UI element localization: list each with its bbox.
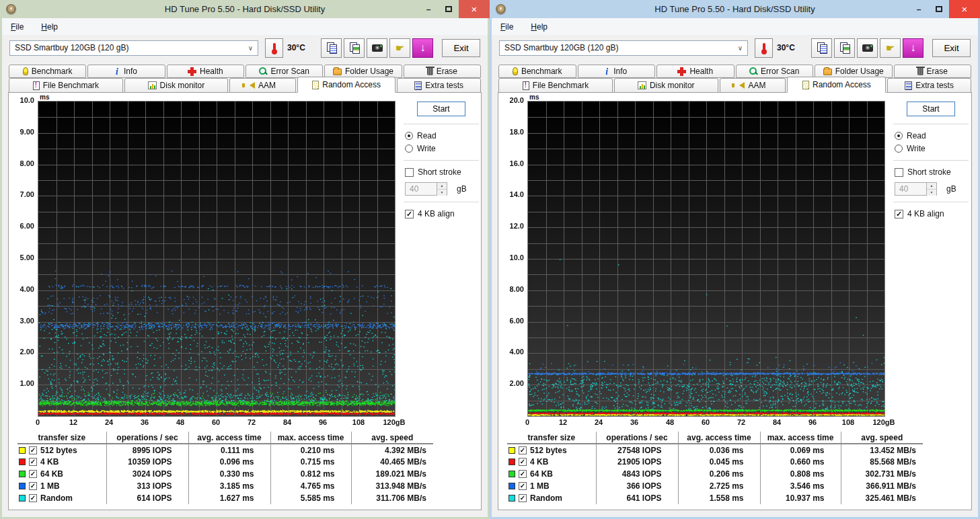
save-button[interactable]: ↓	[903, 38, 924, 58]
temperature-button[interactable]	[755, 38, 773, 58]
tab-extra-tests[interactable]: Extra tests	[887, 78, 971, 93]
close-button[interactable]: ×	[459, 0, 490, 18]
capacity-input[interactable]: 40	[895, 182, 927, 196]
minimize-button[interactable]: –	[909, 0, 929, 18]
capacity-unit: gB	[457, 184, 467, 194]
donate-button[interactable]: ☛	[880, 38, 901, 58]
tab-label: Disk monitor	[160, 81, 205, 90]
copy-report-button[interactable]	[811, 38, 832, 58]
series-checkbox[interactable]: ✓	[29, 482, 37, 490]
stepper-up-icon[interactable]: ▲	[437, 183, 447, 190]
series-checkbox[interactable]: ✓	[29, 458, 37, 466]
maximize-button[interactable]	[929, 0, 949, 18]
start-button[interactable]: Start	[417, 102, 465, 116]
tab-disk-monitor[interactable]: Disk monitor	[124, 78, 228, 93]
align-checkbox[interactable]: ✓	[895, 210, 903, 218]
x-tick-label: 60	[212, 418, 220, 426]
save-button[interactable]: ↓	[412, 38, 433, 58]
copy-image-button[interactable]	[834, 38, 855, 58]
write-radio[interactable]	[895, 145, 903, 153]
tab-info[interactable]: Info	[578, 65, 656, 78]
temperature-button[interactable]	[265, 38, 283, 58]
series-checkbox[interactable]: ✓	[29, 446, 37, 454]
donate-button[interactable]: ☛	[389, 38, 410, 58]
tab-error-scan[interactable]: Error Scan	[246, 65, 323, 78]
copy-image-button[interactable]	[344, 38, 365, 58]
short-stroke-checkbox[interactable]	[895, 168, 903, 177]
tab-file-benchmark[interactable]: File Benchmark	[498, 78, 613, 93]
series-checkbox[interactable]: ✓	[519, 494, 527, 502]
screenshot-button[interactable]	[367, 38, 387, 58]
y-tick-label: 6.00	[9, 222, 34, 230]
random-access-panel: ms 20.018.016.014.012.010.08.006.004.002…	[498, 92, 972, 510]
series-checkbox[interactable]: ✓	[519, 482, 527, 490]
tab-erase[interactable]: Erase	[894, 65, 972, 78]
exit-button[interactable]: Exit	[442, 39, 480, 57]
menu-help[interactable]: Help	[531, 22, 548, 32]
benchmark-icon	[23, 67, 28, 75]
menu-help[interactable]: Help	[41, 22, 58, 32]
tab-strip: Benchmark Info Health Error Scan Folder …	[9, 65, 481, 93]
tab-health[interactable]: Health	[656, 65, 734, 78]
tab-extra-tests[interactable]: Extra tests	[397, 78, 481, 93]
tab-disk-monitor[interactable]: Disk monitor	[614, 78, 718, 93]
tab-benchmark[interactable]: Benchmark	[9, 65, 86, 78]
capacity-stepper[interactable]: ▲ ▼	[927, 182, 937, 196]
read-radio[interactable]	[405, 132, 413, 140]
titlebar[interactable]: HD Tune Pro 5.50 - Hard Disk/SSD Utility…	[490, 0, 980, 18]
benchmark-icon	[513, 67, 518, 75]
info-icon	[605, 67, 610, 76]
avg-access-value: 0.036 ms	[678, 444, 760, 456]
copy-report-button[interactable]	[321, 38, 342, 58]
stepper-down-icon[interactable]: ▼	[927, 190, 936, 196]
tab-aam[interactable]: AAM	[229, 78, 296, 93]
tab-benchmark[interactable]: Benchmark	[498, 65, 576, 78]
tab-random-access[interactable]: Random Access	[297, 77, 396, 93]
series-checkbox[interactable]: ✓	[519, 458, 527, 466]
series-checkbox[interactable]: ✓	[519, 446, 527, 454]
maximize-icon	[445, 6, 452, 12]
tab-health[interactable]: Health	[167, 65, 244, 78]
tab-erase[interactable]: Erase	[404, 65, 481, 78]
tab-info[interactable]: Info	[87, 65, 165, 78]
align-checkbox[interactable]: ✓	[405, 210, 414, 218]
stepper-up-icon[interactable]: ▲	[927, 183, 936, 190]
close-button[interactable]: ×	[949, 0, 980, 18]
tab-aam[interactable]: AAM	[720, 78, 786, 93]
titlebar[interactable]: HD Tune Pro 5.50 - Hard Disk/SSD Utility…	[0, 0, 490, 18]
menu-file[interactable]: File	[11, 22, 24, 32]
hdtune-window-left: HD Tune Pro 5.50 - Hard Disk/SSD Utility…	[0, 0, 490, 519]
scatter-plot	[527, 101, 885, 417]
series-swatch	[508, 471, 515, 477]
maximize-button[interactable]	[439, 0, 459, 18]
short-stroke-checkbox[interactable]	[405, 168, 414, 177]
write-radio[interactable]	[405, 145, 413, 153]
tab-random-access[interactable]: Random Access	[787, 77, 886, 93]
series-checkbox[interactable]: ✓	[29, 494, 37, 502]
series-checkbox[interactable]: ✓	[519, 470, 527, 478]
drive-select[interactable]: SSD Smartbuy 120GB (120 gB) ∨	[9, 40, 258, 56]
start-button[interactable]: Start	[907, 102, 955, 116]
tab-folder-usage[interactable]: Folder Usage	[324, 65, 402, 78]
short-stroke-label: Short stroke	[907, 167, 951, 177]
tab-file-benchmark[interactable]: File Benchmark	[9, 78, 123, 93]
y-tick-label: 14.0	[498, 190, 524, 198]
minimize-button[interactable]: –	[418, 0, 439, 18]
tab-folder-usage[interactable]: Folder Usage	[815, 65, 893, 78]
exit-button[interactable]: Exit	[932, 39, 971, 57]
tab-label: Random Access	[813, 80, 871, 89]
menu-file[interactable]: File	[500, 22, 513, 32]
stepper-down-icon[interactable]: ▼	[437, 190, 447, 196]
drive-select[interactable]: SSD Smartbuy 120GB (120 gB) ∨	[499, 40, 748, 56]
read-radio[interactable]	[895, 132, 903, 140]
screenshot-button[interactable]	[857, 38, 878, 58]
bar-chart-icon	[148, 81, 157, 89]
tab-label: Info	[613, 67, 627, 76]
tab-error-scan[interactable]: Error Scan	[736, 65, 814, 78]
hand-icon: ☛	[886, 43, 895, 53]
capacity-input[interactable]: 40	[405, 182, 437, 196]
series-checkbox[interactable]: ✓	[29, 470, 37, 478]
menu-bar: File Help	[492, 18, 978, 35]
x-tick-label: 24	[105, 418, 113, 426]
capacity-stepper[interactable]: ▲ ▼	[437, 182, 447, 196]
